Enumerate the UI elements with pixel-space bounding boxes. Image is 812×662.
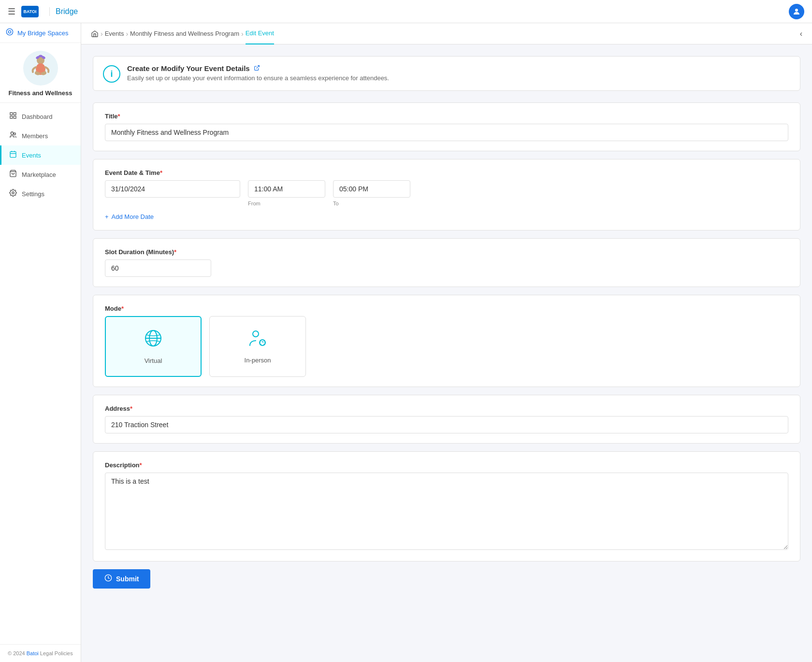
- sidebar-item-members[interactable]: Members: [0, 126, 81, 145]
- address-section: Address*: [93, 395, 800, 444]
- add-more-date-button[interactable]: + Add More Date: [105, 213, 154, 220]
- datetime-label: Event Date & Time*: [105, 169, 788, 176]
- dashboard-icon: [9, 112, 17, 121]
- time-to-block: To: [333, 180, 410, 206]
- description-label: Description*: [105, 461, 788, 469]
- sidebar-item-marketplace[interactable]: Marketplace: [0, 165, 81, 184]
- svg-line-20: [256, 65, 259, 68]
- time-from-block: From: [248, 180, 325, 206]
- svg-point-2: [8, 30, 11, 33]
- person-settings-icon: [248, 328, 267, 352]
- svg-rect-11: [10, 116, 13, 118]
- spaces-icon: [6, 28, 14, 38]
- mode-inperson-label: In-person: [245, 357, 271, 364]
- sidebar-item-label: Settings: [22, 190, 44, 198]
- datetime-required: *: [160, 169, 162, 176]
- batoi-logo-icon: [21, 6, 39, 17]
- datetime-row: From To: [105, 180, 788, 206]
- breadcrumb-home[interactable]: [91, 30, 99, 38]
- svg-point-6: [39, 55, 43, 58]
- header-left: ☰ Bridge: [8, 6, 78, 17]
- sidebar-avatar: [23, 51, 58, 86]
- title-required: *: [118, 113, 120, 120]
- breadcrumb-sep-1: ›: [101, 30, 103, 38]
- svg-point-19: [12, 192, 14, 194]
- breadcrumb-sep-3: ›: [241, 30, 244, 38]
- sidebar-my-bridge-spaces[interactable]: My Bridge Spaces: [0, 23, 81, 43]
- description-required: *: [140, 461, 142, 469]
- info-subtitle: Easily set up or update your event infor…: [127, 74, 790, 82]
- footer-copyright: © 2024: [8, 650, 25, 656]
- info-title: Create or Modify Your Event Details: [127, 64, 790, 72]
- submit-label: Submit: [116, 575, 139, 583]
- mode-section: Mode* Virtual: [93, 295, 800, 387]
- svg-rect-14: [10, 152, 16, 158]
- svg-rect-10: [14, 116, 16, 118]
- members-icon: [9, 131, 17, 141]
- external-link-icon[interactable]: [254, 65, 260, 72]
- svg-point-13: [14, 133, 15, 135]
- marketplace-icon: [9, 170, 17, 179]
- description-textarea[interactable]: [105, 473, 788, 550]
- sidebar-nav: Dashboard Members Events Marketplace Set…: [0, 103, 81, 644]
- sidebar-profile-name: Fitness and Wellness: [9, 89, 72, 97]
- info-icon: i: [103, 65, 120, 83]
- from-label: From: [248, 201, 325, 206]
- address-input[interactable]: [105, 416, 788, 433]
- to-label: To: [333, 201, 410, 206]
- globe-icon: [144, 329, 163, 352]
- slot-input[interactable]: [105, 259, 211, 277]
- user-avatar[interactable]: [789, 4, 804, 19]
- info-text: Create or Modify Your Event Details Easi…: [127, 64, 790, 82]
- footer-brand-link[interactable]: Batoi: [27, 650, 39, 656]
- submit-button[interactable]: Submit: [93, 569, 150, 589]
- sidebar-profile: Fitness and Wellness: [0, 43, 81, 103]
- mode-cards: Virtual: [105, 316, 788, 377]
- breadcrumb-sep-2: ›: [126, 30, 128, 38]
- sidebar-footer: © 2024 Batoi Legal Policies: [0, 644, 81, 662]
- info-banner: i Create or Modify Your Event Details Ea…: [93, 56, 800, 91]
- sidebar-item-label: Marketplace: [22, 171, 56, 178]
- mode-label: Mode*: [105, 305, 788, 312]
- date-input[interactable]: [105, 180, 240, 198]
- slot-required: *: [174, 248, 176, 256]
- breadcrumb-collapse-icon[interactable]: ‹: [800, 29, 802, 38]
- mode-card-virtual[interactable]: Virtual: [105, 316, 202, 377]
- address-label: Address*: [105, 405, 788, 412]
- description-section: Description*: [93, 451, 800, 561]
- breadcrumb-events[interactable]: Events: [105, 30, 124, 37]
- sidebar-item-label: Members: [22, 132, 48, 140]
- sidebar-item-dashboard[interactable]: Dashboard: [0, 107, 81, 126]
- time-group: From To: [248, 180, 410, 206]
- form-container: i Create or Modify Your Event Details Ea…: [81, 44, 812, 662]
- breadcrumb-program[interactable]: Monthly Fitness and Wellness Program: [130, 30, 239, 37]
- events-icon: [9, 150, 17, 160]
- svg-rect-9: [14, 113, 16, 115]
- svg-point-1: [6, 29, 13, 35]
- hamburger-menu-icon[interactable]: ☰: [8, 6, 15, 17]
- sidebar-item-label: Dashboard: [22, 113, 53, 120]
- date-input-wrap: [105, 180, 240, 198]
- address-required: *: [130, 405, 132, 412]
- time-to-input[interactable]: [333, 180, 410, 198]
- mode-card-inperson[interactable]: In-person: [209, 316, 306, 377]
- svg-point-24: [253, 331, 259, 337]
- slot-label: Slot Duration (Minutes)*: [105, 248, 788, 256]
- time-from-input[interactable]: [248, 180, 325, 198]
- sidebar-item-settings[interactable]: Settings: [0, 184, 81, 203]
- settings-icon: [9, 189, 17, 199]
- datetime-section: Event Date & Time* From To: [93, 159, 800, 230]
- mode-virtual-label: Virtual: [145, 357, 162, 364]
- sidebar-item-label: Events: [22, 152, 41, 159]
- breadcrumb: › Events › Monthly Fitness and Wellness …: [81, 23, 812, 44]
- title-input[interactable]: [105, 124, 788, 141]
- sidebar-item-events[interactable]: Events: [0, 145, 81, 165]
- plus-icon: +: [105, 213, 109, 220]
- svg-rect-8: [10, 113, 13, 115]
- breadcrumb-edit-event[interactable]: Edit Event: [246, 23, 274, 44]
- svg-point-12: [11, 132, 13, 134]
- footer-legal: Legal Policies: [40, 650, 73, 656]
- spaces-label: My Bridge Spaces: [17, 29, 69, 37]
- sidebar: My Bridge Spaces Fitness and Wellness: [0, 23, 81, 662]
- title-label: Title*: [105, 113, 788, 120]
